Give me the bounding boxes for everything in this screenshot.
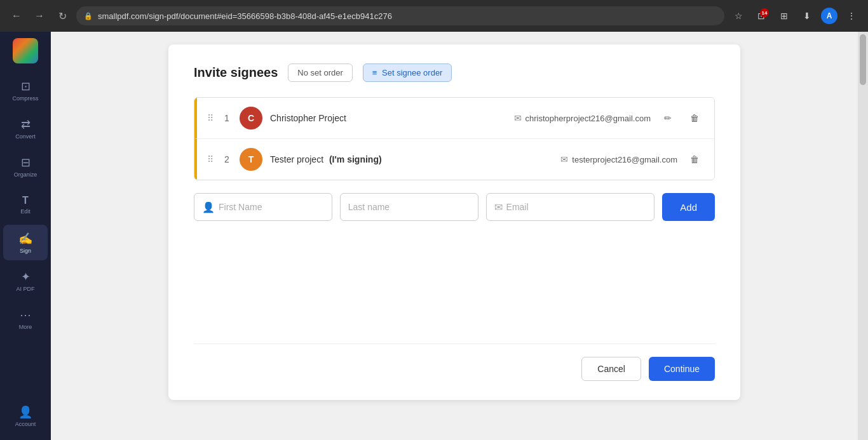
drag-handle[interactable]: ⠿ — [207, 113, 214, 123]
modal-panel: Invite signees No set order ≡ Set signee… — [168, 44, 740, 400]
avatar-christopher: C — [240, 107, 262, 130]
email-icon-2: ✉ — [560, 154, 568, 164]
signee-number-2: 2 — [222, 154, 232, 164]
edit-signee-1-button[interactable]: ✏ — [658, 109, 677, 128]
drag-handle-2[interactable]: ⠿ — [207, 154, 214, 164]
panel-footer: Cancel Continue — [194, 343, 715, 381]
compress-icon: ⊡ — [21, 79, 31, 93]
sidebar-label-ai: AI PDF — [16, 286, 34, 292]
edit-icon: T — [22, 195, 29, 206]
lock-icon: 🔒 — [84, 12, 93, 20]
signee-name-text-2: Tester project — [270, 154, 323, 164]
email-input[interactable] — [506, 202, 647, 212]
email-icon-1: ✉ — [514, 113, 522, 123]
sidebar-logo[interactable] — [13, 38, 38, 63]
signee-email-2: ✉ testerproject216@gmail.com — [560, 154, 677, 164]
avatar-initial-1: C — [248, 113, 254, 123]
no-set-order-button[interactable]: No set order — [288, 63, 353, 82]
email-text-1: christopherproject216@gmail.com — [526, 114, 651, 123]
delete-signee-2-button[interactable]: 🗑 — [685, 150, 704, 169]
sidebar-label-organize: Organize — [14, 171, 37, 178]
last-name-field — [340, 193, 478, 221]
avatar-tester: T — [240, 148, 262, 171]
cancel-button[interactable]: Cancel — [581, 357, 641, 381]
add-signee-button[interactable]: Add — [662, 193, 715, 221]
sidebar-item-convert[interactable]: ⇄ Convert — [3, 110, 48, 146]
last-name-input[interactable] — [348, 202, 470, 212]
avatar-initial-2: T — [248, 154, 254, 164]
ai-icon: ✦ — [21, 270, 31, 284]
sidebar-label-sign: Sign — [20, 248, 31, 254]
add-signee-form: 👤 ✉ Add — [194, 193, 715, 221]
content-area: Invite signees No set order ≡ Set signee… — [51, 32, 858, 440]
puzzle-button[interactable]: ⊞ — [775, 7, 793, 25]
bookmark-button[interactable]: ☆ — [729, 7, 747, 25]
forward-button[interactable]: → — [31, 7, 48, 25]
address-bar[interactable]: 🔒 smallpdf.com/sign-pdf/document#eid=356… — [76, 6, 724, 25]
profile-button[interactable]: A — [821, 8, 837, 24]
signees-list: ⠿ 1 C Christopher Project ✉ christopherp… — [194, 97, 715, 180]
first-name-input[interactable] — [219, 202, 324, 212]
extensions-button[interactable]: ⊡ 14 — [752, 7, 770, 25]
sidebar-item-ai-pdf[interactable]: ✦ AI PDF — [3, 263, 48, 298]
person-icon: 👤 — [202, 201, 215, 213]
organize-icon: ⊟ — [21, 156, 31, 170]
sign-icon: ✍ — [18, 232, 32, 246]
table-row: ⠿ 1 C Christopher Project ✉ christopherp… — [194, 98, 714, 139]
sidebar-item-sign[interactable]: ✍ Sign — [3, 225, 48, 260]
sidebar-label-more: More — [19, 324, 32, 330]
delete-signee-1-button[interactable]: 🗑 — [685, 109, 704, 128]
set-signee-order-button[interactable]: ≡ Set signee order — [363, 63, 452, 82]
order-list-icon: ≡ — [372, 68, 377, 77]
more-icon: ⋯ — [20, 308, 31, 322]
email-field: ✉ — [486, 193, 655, 221]
signee-email-1: ✉ christopherproject216@gmail.com — [514, 113, 651, 123]
panel-title: Invite signees — [194, 65, 278, 80]
sidebar-label-account: Account — [15, 421, 36, 427]
download-button[interactable]: ⬇ — [798, 7, 816, 25]
first-name-field: 👤 — [194, 193, 332, 221]
panel-header: Invite signees No set order ≡ Set signee… — [194, 63, 715, 82]
signee-name-2: Tester project (I'm signing) — [270, 154, 553, 164]
mail-icon: ✉ — [494, 201, 503, 213]
signing-badge: (I'm signing) — [329, 154, 382, 164]
back-button[interactable]: ← — [8, 7, 25, 25]
sidebar-item-compress[interactable]: ⊡ Compress — [3, 72, 48, 108]
sidebar-label-convert: Convert — [15, 133, 36, 140]
scrollbar-thumb[interactable] — [860, 34, 866, 85]
notif-badge: 14 — [760, 8, 769, 17]
sidebar-item-more[interactable]: ⋯ More — [3, 301, 48, 337]
email-text-2: testerproject216@gmail.com — [572, 155, 677, 164]
sidebar-item-organize[interactable]: ⊟ Organize — [3, 149, 48, 184]
signee-number-1: 1 — [222, 113, 232, 123]
url-text: smallpdf.com/sign-pdf/document#eid=35666… — [98, 11, 392, 21]
sidebar-item-account[interactable]: 👤 Account — [3, 398, 48, 434]
table-row: ⠿ 2 T Tester project (I'm signing) ✉ tes… — [194, 139, 714, 180]
sidebar-item-edit[interactable]: T Edit — [3, 187, 48, 222]
signee-name-1: Christopher Project — [270, 113, 506, 123]
menu-button[interactable]: ⋮ — [843, 7, 860, 25]
account-icon: 👤 — [18, 405, 32, 419]
sidebar: ⊡ Compress ⇄ Convert ⊟ Organize T Edit ✍… — [0, 32, 51, 440]
scrollbar-track — [858, 32, 868, 440]
set-order-label: Set signee order — [382, 68, 442, 77]
browser-chrome: ← → ↻ 🔒 smallpdf.com/sign-pdf/document#e… — [0, 0, 868, 32]
sidebar-label-edit: Edit — [20, 208, 31, 215]
convert-icon: ⇄ — [21, 117, 31, 131]
browser-actions: ☆ ⊡ 14 ⊞ ⬇ A ⋮ — [729, 7, 860, 25]
continue-button[interactable]: Continue — [649, 357, 715, 381]
main-layout: ⊡ Compress ⇄ Convert ⊟ Organize T Edit ✍… — [0, 32, 868, 440]
reload-button[interactable]: ↻ — [53, 7, 71, 25]
sidebar-label-compress: Compress — [12, 95, 38, 102]
